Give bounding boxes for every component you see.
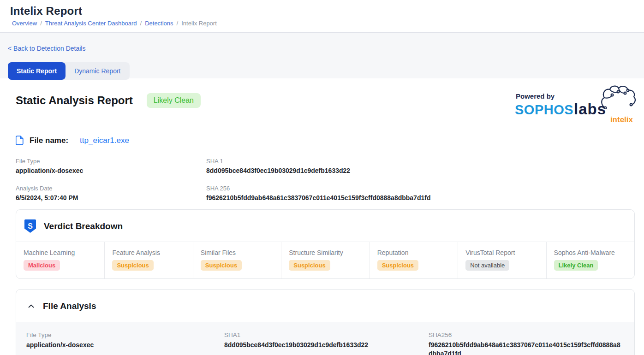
brain-network-icon — [599, 85, 638, 109]
file-icon — [16, 136, 24, 145]
file-analysis-header[interactable]: File Analysis — [16, 290, 634, 322]
meta-analysis-date: Analysis Date 6/5/2024, 5:07:40 PM — [16, 185, 206, 201]
report-head: Static Analysis Report Likely Clean Powe… — [16, 90, 635, 124]
report-tabs: Static Report Dynamic Report — [8, 62, 130, 80]
static-report-panel: Static Analysis Report Likely Clean Powe… — [0, 78, 644, 355]
breadcrumb-overview[interactable]: Overview — [12, 20, 37, 27]
file-analysis-card: File Analysis File Type application/x-do… — [16, 289, 635, 355]
fa-file-type: File Type application/x-dosexec — [26, 331, 224, 355]
breadcrumb-current: Intelix Report — [181, 20, 217, 27]
verdict-badge: Likely Clean — [554, 260, 598, 271]
verdict-sophos-anti-malware: Sophos Anti-Malware Likely Clean — [546, 242, 634, 278]
file-name-link[interactable]: ttp_eicar1.exe — [80, 136, 129, 145]
meta-sha1: SHA 1 8dd095bce84d3f0ec19b03029d1c9defb1… — [206, 158, 635, 174]
verdict-reputation: Reputation Suspicious — [370, 242, 458, 278]
file-analysis-body: File Type application/x-dosexec SHA1 8dd… — [16, 322, 634, 355]
verdict-breakdown-title: Verdict Breakdown — [44, 221, 123, 231]
meta-file-type: File Type application/x-dosexec — [16, 158, 206, 174]
breadcrumb-separator: / — [177, 20, 179, 27]
sophoslabs-intelix-logo: Powered by SOPHOS labs intelix — [515, 92, 634, 124]
overall-verdict-badge: Likely Clean — [147, 93, 201, 108]
breadcrumb: Overview / Threat Analysis Center Dashbo… — [10, 20, 635, 27]
file-meta-grid: File Type application/x-dosexec SHA 1 8d… — [16, 158, 635, 201]
back-to-detection-details-link[interactable]: < Back to Detection Details — [8, 45, 85, 52]
verdict-badge: Suspicious — [201, 260, 242, 271]
verdict-badge: Malicious — [24, 260, 60, 271]
verdict-virustotal-report: VirusTotal Report Not available — [458, 242, 546, 278]
verdict-structure-similarity: Structure Similarity Suspicious — [281, 242, 369, 278]
verdict-row: Machine Learning Malicious Feature Analy… — [16, 242, 634, 278]
verdict-badge: Suspicious — [112, 260, 153, 271]
collapse-chevron-icon[interactable] — [28, 304, 34, 308]
breadcrumb-detections[interactable]: Detections — [145, 20, 173, 27]
tab-dynamic-report[interactable]: Dynamic Report — [66, 62, 129, 80]
verdict-similar-files: Similar Files Suspicious — [193, 242, 281, 278]
breadcrumb-separator: / — [140, 20, 142, 27]
fa-sha256: SHA256 f9626210b5fdd9ab648a61c3837067c01… — [429, 331, 624, 355]
sophos-wordmark: SOPHOS — [515, 102, 573, 118]
page-title: Intelix Report — [10, 5, 635, 18]
verdict-machine-learning: Machine Learning Malicious — [16, 242, 104, 278]
file-name-row: File name: ttp_eicar1.exe — [16, 136, 635, 145]
tab-static-report[interactable]: Static Report — [8, 62, 66, 80]
breadcrumb-separator: / — [40, 20, 42, 27]
meta-sha256: SHA 256 f9626210b5fdd9ab648a61c3837067c0… — [206, 185, 635, 201]
fa-sha1: SHA1 8dd095bce84d3f0ec19b03029d1c9defb16… — [224, 331, 429, 355]
sophos-shield-icon: S — [24, 219, 36, 233]
verdict-feature-analysis: Feature Analysis Suspicious — [104, 242, 192, 278]
file-analysis-title: File Analysis — [43, 301, 96, 311]
verdict-badge: Suspicious — [289, 260, 330, 271]
page-header: Intelix Report Overview / Threat Analysi… — [0, 0, 644, 33]
verdict-breakdown-card: S Verdict Breakdown Machine Learning Mal… — [16, 209, 635, 279]
verdict-badge: Not available — [465, 260, 509, 271]
breadcrumb-threat-analysis-center-dashboard[interactable]: Threat Analysis Center Dashboard — [45, 20, 137, 27]
toolbar-band: < Back to Detection Details Static Repor… — [0, 33, 644, 78]
verdict-badge: Suspicious — [377, 260, 418, 271]
report-title: Static Analysis Report — [16, 94, 133, 107]
file-name-label: File name: — [30, 136, 68, 145]
